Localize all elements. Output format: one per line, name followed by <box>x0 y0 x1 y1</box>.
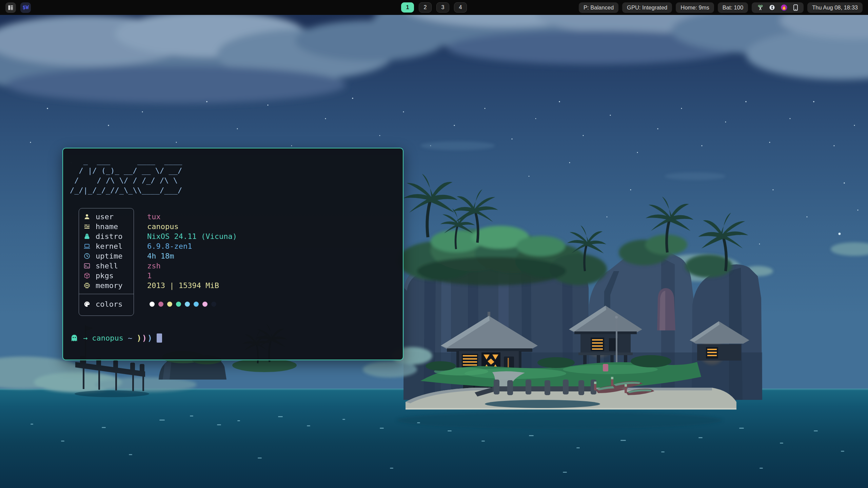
power-profile-pill[interactable]: P: Balanced <box>579 2 618 13</box>
palette-icon <box>84 301 92 307</box>
palette-dot <box>167 302 172 307</box>
phone-icon[interactable] <box>793 4 798 11</box>
text-cursor[interactable] <box>157 333 162 343</box>
top-bar: $W 1 2 3 4 P: Balanced GPU: Integrated H… <box>0 0 868 15</box>
workspace-button-3[interactable]: 3 <box>436 2 449 13</box>
uptime-icon <box>84 253 92 259</box>
desktop: $W 1 2 3 4 P: Balanced GPU: Integrated H… <box>0 0 868 488</box>
fetch-value: 2013 | 15394 MiB <box>147 281 219 290</box>
gpu-pill[interactable]: GPU: Integrated <box>622 2 672 13</box>
fetch-label: memory <box>96 281 122 290</box>
workspace-button-1[interactable]: 1 <box>401 2 414 13</box>
shell-prompt[interactable]: → canopus ~ ) ) ) <box>70 333 396 343</box>
wm-logo-text: $W <box>22 4 28 11</box>
ghost-icon <box>70 334 79 343</box>
fetch-value: NixOS 24.11 (Vicuna) <box>147 232 237 241</box>
fetch-label: uptime <box>96 252 122 260</box>
fetch-label: colors <box>96 300 122 308</box>
fetch-value: 4h 18m <box>147 252 174 260</box>
fetch-value: 6.9.8-zen1 <box>147 242 192 250</box>
system-tray <box>752 2 804 13</box>
workspace-button-4[interactable]: 4 <box>454 2 467 13</box>
palette-dot <box>202 302 208 307</box>
palette-dot <box>158 302 163 307</box>
bar-left: $W <box>5 2 31 13</box>
ping-pill[interactable]: Home: 9ms <box>676 2 714 13</box>
workspace-switcher: 1 2 3 4 <box>401 2 467 13</box>
ascii-logo: _ ___ ____ ____ / |/ (_)_ __/ __ \/ __/ … <box>70 156 396 195</box>
prompt-host: canopus <box>92 334 123 342</box>
fetch-row-distro: distro NixOS 24.11 (Vicuna) <box>79 231 384 241</box>
fetch-value: 1 <box>147 271 152 280</box>
workspace-button-2[interactable]: 2 <box>419 2 432 13</box>
battery-pill[interactable]: Bat: 100 <box>718 2 748 13</box>
bluetooth-icon[interactable] <box>769 4 775 11</box>
terminal-palette <box>150 302 216 307</box>
prompt-chevron: ) <box>142 334 147 343</box>
fetch-row-kernel: kernel 6.9.8-zen1 <box>79 241 384 251</box>
palette-dot <box>211 302 216 307</box>
fetch-info: user tux hname canopus distro NixOS 24.1… <box>79 208 384 316</box>
flame-icon[interactable] <box>781 4 788 11</box>
fetch-row-pkgs: pkgs 1 <box>79 271 384 281</box>
fetch-label: shell <box>96 262 118 270</box>
terminal-window[interactable]: _ ___ ____ ____ / |/ (_)_ __/ __ \/ __/ … <box>62 148 403 360</box>
prompt-chevron: ) <box>137 334 141 343</box>
packages-icon <box>84 272 92 279</box>
fetch-value: canopus <box>147 222 179 231</box>
wm-logo-button[interactable]: $W <box>20 2 31 13</box>
clock-pill[interactable]: Thu Aug 08, 18:33 <box>807 2 863 13</box>
prompt-arrow: → <box>83 334 87 342</box>
palette-dot <box>185 302 190 307</box>
fetch-label: kernel <box>96 242 122 250</box>
fetch-row-colors: colors <box>79 297 384 311</box>
fetch-label: user <box>96 212 114 221</box>
app-launcher-button[interactable] <box>5 2 16 13</box>
fetch-row-user: user tux <box>79 212 384 222</box>
hostname-icon <box>84 223 92 230</box>
kernel-icon <box>84 243 92 249</box>
fetch-row-memory: memory 2013 | 15394 MiB <box>79 281 384 290</box>
scissors-icon[interactable] <box>757 4 764 11</box>
palette-dot <box>150 302 155 307</box>
prompt-chevron: ) <box>147 334 152 343</box>
user-icon <box>84 214 92 220</box>
shell-icon <box>84 263 92 269</box>
fetch-value: tux <box>147 212 161 221</box>
grid-icon <box>8 5 14 11</box>
fetch-row-uptime: uptime 4h 18m <box>79 251 384 261</box>
distro-icon <box>84 233 92 240</box>
fetch-row-shell: shell zsh <box>79 261 384 271</box>
fetch-label: hname <box>96 222 118 231</box>
fetch-value: zsh <box>147 262 161 270</box>
bar-right: P: Balanced GPU: Integrated Home: 9ms Ba… <box>579 2 863 13</box>
palette-dot <box>194 302 199 307</box>
memory-icon <box>84 282 92 289</box>
fetch-row-hname: hname canopus <box>79 222 384 231</box>
palette-dot <box>176 302 181 307</box>
prompt-path: ~ <box>128 334 132 342</box>
fetch-label: distro <box>96 232 122 241</box>
fetch-label: pkgs <box>96 271 114 280</box>
